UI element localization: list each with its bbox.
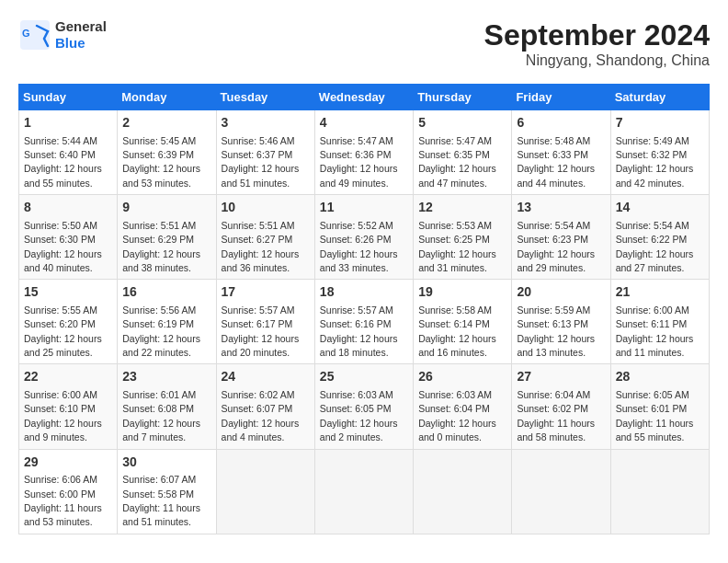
calendar-week-row: 15 Sunrise: 5:55 AMSunset: 6:20 PMDaylig… (19, 280, 710, 364)
day-info: Sunrise: 6:03 AMSunset: 6:04 PMDaylight:… (418, 389, 496, 442)
weekday-header-tuesday: Tuesday (216, 85, 314, 110)
day-info: Sunrise: 6:06 AMSunset: 6:00 PMDaylight:… (24, 474, 102, 527)
location-title: Ningyang, Shandong, China (484, 52, 710, 69)
day-info: Sunrise: 5:55 AMSunset: 6:20 PMDaylight:… (24, 304, 102, 358)
day-info: Sunrise: 5:53 AMSunset: 6:25 PMDaylight:… (418, 220, 496, 273)
title-block: September 2024 Ningyang, Shandong, China (484, 18, 710, 69)
day-number: 26 (418, 368, 506, 386)
calendar-cell: 24 Sunrise: 6:02 AMSunset: 6:07 PMDaylig… (216, 364, 314, 449)
calendar-week-row: 8 Sunrise: 5:50 AMSunset: 6:30 PMDayligh… (19, 195, 710, 280)
day-info: Sunrise: 5:48 AMSunset: 6:33 PMDaylight:… (517, 135, 595, 189)
day-info: Sunrise: 5:58 AMSunset: 6:14 PMDaylight:… (418, 304, 496, 358)
day-number: 19 (418, 283, 506, 302)
day-info: Sunrise: 5:57 AMSunset: 6:17 PMDaylight:… (222, 304, 300, 358)
calendar-cell: 22 Sunrise: 6:00 AMSunset: 6:10 PMDaylig… (19, 364, 118, 449)
day-number: 16 (122, 283, 210, 302)
calendar-cell: 7 Sunrise: 5:49 AMSunset: 6:32 PMDayligh… (610, 110, 709, 195)
day-number: 30 (122, 454, 210, 472)
calendar-table: SundayMondayTuesdayWednesdayThursdayFrid… (18, 84, 710, 534)
calendar-week-row: 1 Sunrise: 5:44 AMSunset: 6:40 PMDayligh… (19, 110, 710, 195)
logo: G GeneralBlue (18, 18, 107, 52)
calendar-cell: 10 Sunrise: 5:51 AMSunset: 6:27 PMDaylig… (216, 195, 314, 280)
day-number: 5 (418, 114, 506, 132)
day-number: 22 (24, 368, 112, 386)
calendar-cell: 5 Sunrise: 5:47 AMSunset: 6:35 PMDayligh… (414, 110, 512, 195)
page-header: G GeneralBlue September 2024 Ningyang, S… (18, 18, 710, 69)
calendar-week-row: 22 Sunrise: 6:00 AMSunset: 6:10 PMDaylig… (19, 364, 710, 449)
day-info: Sunrise: 5:51 AMSunset: 6:27 PMDaylight:… (222, 220, 300, 273)
day-info: Sunrise: 6:04 AMSunset: 6:02 PMDaylight:… (517, 389, 595, 442)
calendar-cell: 8 Sunrise: 5:50 AMSunset: 6:30 PMDayligh… (19, 195, 118, 280)
calendar-cell: 15 Sunrise: 5:55 AMSunset: 6:20 PMDaylig… (19, 280, 118, 364)
day-info: Sunrise: 6:01 AMSunset: 6:08 PMDaylight:… (122, 389, 200, 442)
calendar-cell (512, 449, 610, 534)
calendar-week-row: 29 Sunrise: 6:06 AMSunset: 6:00 PMDaylig… (19, 449, 710, 534)
day-info: Sunrise: 5:52 AMSunset: 6:26 PMDaylight:… (320, 220, 398, 273)
day-info: Sunrise: 5:59 AMSunset: 6:13 PMDaylight:… (517, 304, 595, 358)
calendar-cell: 21 Sunrise: 6:00 AMSunset: 6:11 PMDaylig… (610, 280, 709, 364)
weekday-header-friday: Friday (512, 85, 610, 110)
calendar-cell: 30 Sunrise: 6:07 AMSunset: 5:58 PMDaylig… (118, 449, 216, 534)
day-number: 27 (517, 368, 605, 386)
day-info: Sunrise: 6:05 AMSunset: 6:01 PMDaylight:… (616, 389, 694, 442)
calendar-cell: 13 Sunrise: 5:54 AMSunset: 6:23 PMDaylig… (512, 195, 610, 280)
calendar-cell: 1 Sunrise: 5:44 AMSunset: 6:40 PMDayligh… (19, 110, 118, 195)
day-info: Sunrise: 5:46 AMSunset: 6:37 PMDaylight:… (222, 135, 300, 189)
weekday-header-monday: Monday (118, 85, 216, 110)
weekday-header-wednesday: Wednesday (314, 85, 413, 110)
weekday-header-thursday: Thursday (414, 85, 512, 110)
day-info: Sunrise: 5:45 AMSunset: 6:39 PMDaylight:… (122, 135, 200, 189)
calendar-cell: 18 Sunrise: 5:57 AMSunset: 6:16 PMDaylig… (314, 280, 413, 364)
day-number: 2 (122, 114, 210, 132)
day-number: 13 (517, 199, 605, 217)
day-info: Sunrise: 5:56 AMSunset: 6:19 PMDaylight:… (122, 304, 200, 358)
calendar-cell: 23 Sunrise: 6:01 AMSunset: 6:08 PMDaylig… (118, 364, 216, 449)
day-number: 21 (616, 283, 704, 302)
day-number: 8 (24, 199, 112, 217)
day-number: 3 (222, 114, 310, 132)
svg-text:G: G (22, 28, 30, 39)
calendar-cell: 27 Sunrise: 6:04 AMSunset: 6:02 PMDaylig… (512, 364, 610, 449)
day-info: Sunrise: 6:00 AMSunset: 6:10 PMDaylight:… (24, 389, 102, 442)
day-number: 23 (122, 368, 210, 386)
calendar-cell: 25 Sunrise: 6:03 AMSunset: 6:05 PMDaylig… (314, 364, 413, 449)
day-info: Sunrise: 5:57 AMSunset: 6:16 PMDaylight:… (320, 304, 398, 358)
day-number: 11 (320, 199, 408, 217)
day-number: 28 (616, 368, 704, 386)
day-info: Sunrise: 6:07 AMSunset: 5:58 PMDaylight:… (122, 474, 200, 527)
day-info: Sunrise: 5:47 AMSunset: 6:36 PMDaylight:… (320, 135, 398, 189)
day-number: 15 (24, 283, 112, 302)
calendar-cell: 14 Sunrise: 5:54 AMSunset: 6:22 PMDaylig… (610, 195, 709, 280)
day-number: 6 (517, 114, 605, 132)
day-number: 24 (222, 368, 310, 386)
weekday-header-row: SundayMondayTuesdayWednesdayThursdayFrid… (19, 85, 710, 110)
day-number: 4 (320, 114, 408, 132)
calendar-cell: 12 Sunrise: 5:53 AMSunset: 6:25 PMDaylig… (414, 195, 512, 280)
logo-icon: G (18, 18, 51, 52)
day-number: 18 (320, 283, 408, 302)
day-info: Sunrise: 5:51 AMSunset: 6:29 PMDaylight:… (122, 220, 200, 273)
day-info: Sunrise: 5:49 AMSunset: 6:32 PMDaylight:… (616, 135, 694, 189)
calendar-cell: 19 Sunrise: 5:58 AMSunset: 6:14 PMDaylig… (414, 280, 512, 364)
day-info: Sunrise: 5:44 AMSunset: 6:40 PMDaylight:… (24, 135, 102, 189)
weekday-header-sunday: Sunday (19, 85, 118, 110)
calendar-cell: 9 Sunrise: 5:51 AMSunset: 6:29 PMDayligh… (118, 195, 216, 280)
day-info: Sunrise: 6:00 AMSunset: 6:11 PMDaylight:… (616, 304, 694, 358)
day-number: 25 (320, 368, 408, 386)
day-number: 12 (418, 199, 506, 217)
calendar-cell: 11 Sunrise: 5:52 AMSunset: 6:26 PMDaylig… (314, 195, 413, 280)
calendar-cell: 29 Sunrise: 6:06 AMSunset: 6:00 PMDaylig… (19, 449, 118, 534)
day-number: 9 (122, 199, 210, 217)
day-number: 1 (24, 114, 112, 132)
day-info: Sunrise: 5:54 AMSunset: 6:23 PMDaylight:… (517, 220, 595, 273)
day-number: 17 (222, 283, 310, 302)
calendar-cell (610, 449, 709, 534)
day-info: Sunrise: 6:02 AMSunset: 6:07 PMDaylight:… (222, 389, 300, 442)
day-number: 14 (616, 199, 704, 217)
calendar-cell: 4 Sunrise: 5:47 AMSunset: 6:36 PMDayligh… (314, 110, 413, 195)
calendar-cell: 3 Sunrise: 5:46 AMSunset: 6:37 PMDayligh… (216, 110, 314, 195)
calendar-cell (414, 449, 512, 534)
calendar-cell (314, 449, 413, 534)
calendar-cell: 26 Sunrise: 6:03 AMSunset: 6:04 PMDaylig… (414, 364, 512, 449)
calendar-cell: 16 Sunrise: 5:56 AMSunset: 6:19 PMDaylig… (118, 280, 216, 364)
